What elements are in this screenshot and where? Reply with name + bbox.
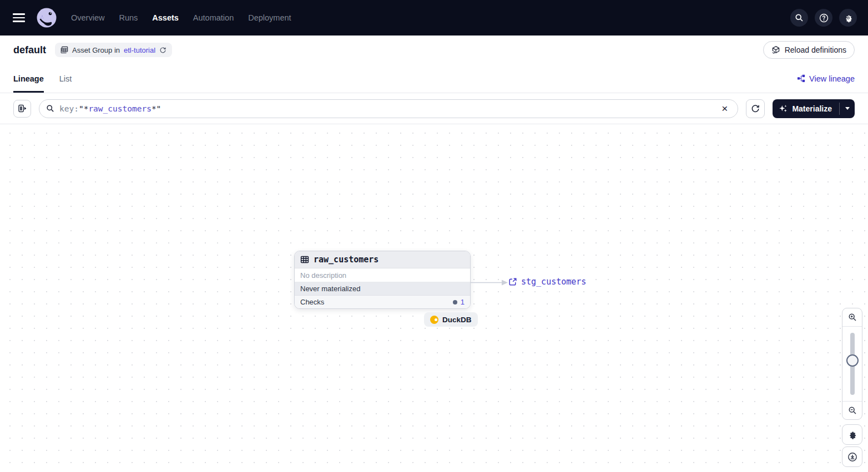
nav-item-runs[interactable]: Runs [119, 13, 138, 22]
tab-list[interactable]: List [59, 64, 72, 93]
nav-item-automation[interactable]: Automation [193, 13, 234, 22]
search-icon [795, 13, 804, 22]
asset-node-description: No description [295, 268, 470, 282]
nav-item-overview[interactable]: Overview [71, 13, 104, 22]
settings-gear-icon [847, 430, 857, 439]
dagster-logo-icon[interactable] [36, 7, 58, 29]
asset-node-checks-row[interactable]: Checks 1 [295, 296, 470, 308]
user-settings-button[interactable] [839, 9, 857, 27]
panel-open-icon [18, 104, 27, 113]
check-status-dot [453, 300, 457, 304]
nav-item-deployment[interactable]: Deployment [248, 13, 291, 22]
asset-node-status: Never materialized [295, 282, 470, 296]
materialize-button-group: Materialize [773, 99, 855, 118]
zoom-out-icon [848, 406, 857, 415]
asset-node-raw-customers[interactable]: raw_customers No description Never mater… [294, 251, 471, 309]
recenter-icon [847, 452, 857, 462]
lineage-canvas[interactable]: raw_customers No description Never mater… [0, 124, 868, 472]
zoom-control-panel [842, 308, 862, 420]
page-title: default [13, 44, 46, 56]
tabs-bar: Lineage List View lineage [0, 64, 868, 93]
help-button[interactable] [815, 9, 832, 27]
tab-lineage[interactable]: Lineage [13, 64, 44, 93]
filter-query-text: key:"*raw_customers*" [59, 104, 161, 113]
zoom-in-icon [848, 313, 857, 322]
hamburger-menu-button[interactable] [11, 9, 28, 26]
sparkles-icon [779, 104, 788, 113]
badge-refresh-icon[interactable] [159, 47, 166, 54]
lineage-graph-icon [797, 74, 805, 83]
asset-node-title: raw_customers [314, 255, 379, 265]
page-header: default Asset Group in etl-tutorial [0, 35, 868, 64]
materialize-dropdown-button[interactable] [840, 99, 855, 118]
top-nav: Overview Runs Assets Automation Deployme… [0, 0, 868, 35]
refresh-graph-button[interactable] [746, 99, 765, 118]
asset-group-badge-text: Asset Group in [72, 46, 120, 54]
checks-count: 1 [461, 298, 465, 306]
open-sidebar-panel-button[interactable] [13, 100, 31, 118]
asset-group-badge: Asset Group in etl-tutorial [55, 43, 172, 57]
reload-definitions-label: Reload definitions [785, 45, 846, 54]
lineage-toolbar: key:"*raw_customers*" × Materialize [0, 93, 868, 124]
main-nav: Overview Runs Assets Automation Deployme… [71, 13, 291, 22]
zoom-out-button[interactable] [842, 401, 862, 419]
downstream-node-stg-customers[interactable]: stg_customers [508, 277, 586, 287]
reload-cube-icon [771, 45, 780, 54]
nav-item-assets[interactable]: Assets [152, 13, 179, 22]
lineage-edge [471, 277, 509, 288]
table-icon [300, 255, 309, 264]
duckdb-icon [430, 316, 438, 324]
asset-group-icon [60, 46, 68, 54]
recenter-view-button[interactable] [842, 446, 862, 467]
zoom-in-button[interactable] [842, 308, 862, 327]
asset-filter-input[interactable]: key:"*raw_customers*" × [39, 99, 738, 118]
view-lineage-link[interactable]: View lineage [797, 64, 855, 93]
gear-icon [844, 13, 853, 23]
kind-badge-label: DuckDB [442, 316, 472, 324]
clear-filter-button[interactable]: × [718, 102, 731, 115]
external-link-icon [508, 277, 517, 286]
global-search-button[interactable] [790, 9, 808, 27]
reload-definitions-button[interactable]: Reload definitions [763, 41, 855, 59]
kind-badge-duckdb[interactable]: DuckDB [424, 312, 478, 327]
zoom-slider-handle[interactable] [846, 354, 859, 367]
sync-icon [751, 104, 760, 113]
zoom-slider[interactable] [842, 327, 862, 401]
downstream-node-label: stg_customers [521, 277, 586, 287]
filter-search-icon [46, 104, 54, 113]
checks-label: Checks [300, 298, 324, 306]
graph-settings-button[interactable] [842, 424, 862, 445]
code-location-link[interactable]: etl-tutorial [124, 46, 155, 54]
help-icon [819, 13, 829, 23]
materialize-button[interactable]: Materialize [773, 99, 839, 118]
chevron-down-icon [845, 107, 850, 110]
materialize-label: Materialize [792, 104, 832, 113]
